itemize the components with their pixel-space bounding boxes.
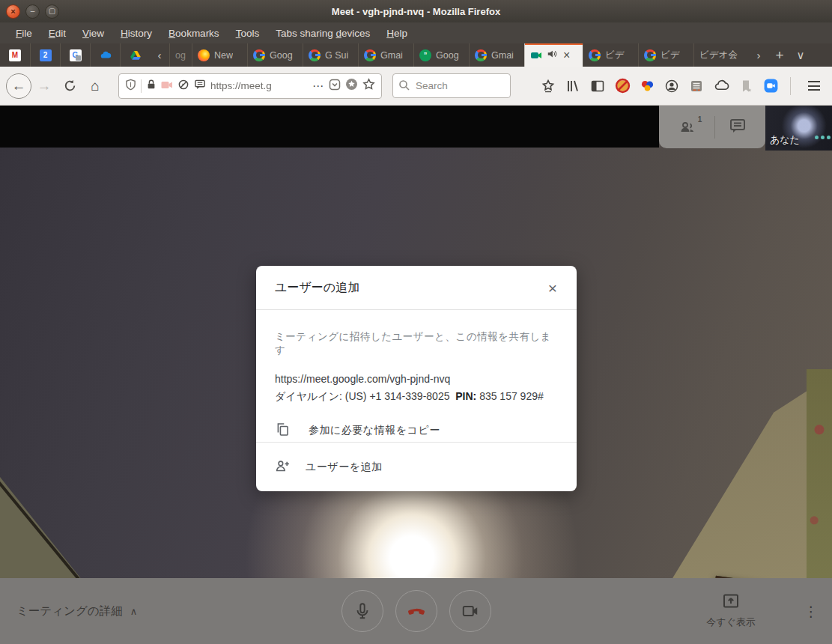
chat-button[interactable] [729,117,747,138]
forward-button[interactable]: → [31,73,57,99]
bookmark-star-icon[interactable] [362,78,375,94]
tab-gsuite[interactable]: G Sui [303,43,358,67]
microphone-button[interactable] [341,590,383,632]
hang-up-button[interactable] [395,590,437,632]
cloud-extension-icon[interactable] [713,78,729,94]
window-minimize-button[interactable]: – [25,4,40,19]
star-badge-icon[interactable] [540,78,556,94]
https-lock-icon[interactable] [146,79,157,93]
camera-in-use-icon[interactable] [161,79,173,93]
pinned-tab-calendar[interactable]: 2 [30,43,60,67]
window-maximize-button[interactable]: ▢ [45,4,59,19]
menu-file[interactable]: File [7,25,40,42]
pin-label: PIN: [455,390,476,402]
url-bar[interactable]: https://meet.g ⋯ [118,73,382,99]
chevron-up-icon: ∧ [130,606,138,617]
tab-label: G Sui [325,50,348,61]
tab-video-1[interactable]: ビデ [583,43,638,67]
google-favicon-icon [364,49,376,61]
tab-google-1[interactable]: Goog [247,43,303,67]
pinned-tab-onedrive[interactable] [90,43,120,67]
pinned-tab-translate[interactable]: G [60,43,90,67]
copy-joining-info-label: 参加に必要な情報をコピー [309,424,440,437]
translate-favicon-icon: G [70,49,82,61]
search-icon [398,79,410,94]
tab-bar: M 2 G ‹ og New Goog G Sui Gmai ”Goog Gma… [0,43,832,67]
google-favicon-icon [253,49,265,61]
window-close-button[interactable]: × [6,4,20,19]
menu-tabs-sharing-devices[interactable]: Tabs sharing devices [267,25,378,42]
account-icon[interactable] [664,78,680,94]
pocket-save-icon[interactable] [329,79,341,94]
copy-joining-info-button[interactable]: 参加に必要な情報をコピー [275,422,558,440]
copy-icon [275,422,291,440]
participants-button[interactable]: 1 [678,118,702,136]
all-tabs-dropdown-button[interactable]: ∨ [791,43,810,67]
menu-history[interactable]: History [112,25,160,42]
tab-overflow-partial[interactable]: og [169,43,192,67]
tab-label: Goog [436,50,459,61]
menu-view[interactable]: View [74,25,112,42]
pin-value: 835 157 929# [479,390,544,402]
menu-help[interactable]: Help [378,25,416,42]
close-tab-icon[interactable]: × [563,49,570,61]
new-tab-button[interactable]: + [768,43,791,67]
back-button[interactable]: ← [6,73,31,99]
menu-hamburger-icon[interactable] [802,78,826,94]
tab-label: Gmai [380,50,403,61]
menu-tools[interactable]: Tools [228,25,268,42]
url-text[interactable]: https://meet.g [210,80,308,91]
meeting-details-label: ミーティングの詳細 [16,604,123,619]
audio-activity-dots-icon[interactable] [815,136,831,139]
present-now-button[interactable]: 今すぐ表示 [696,578,765,644]
search-box [392,73,511,98]
sidebar-toggle-icon[interactable] [589,78,606,94]
server-extension-icon[interactable] [688,78,705,94]
notifications-bubble-icon[interactable] [194,79,206,93]
window-titlebar: × – ▢ Meet - vgh-pjnd-nvq - Mozilla Fire… [0,0,832,22]
adblocker-extension-icon[interactable] [614,78,631,94]
tab-video-3[interactable]: ビデオ会 [693,43,749,67]
autoplay-blocked-icon[interactable] [177,79,189,94]
tab-new[interactable]: New [192,43,247,67]
add-users-button[interactable]: ユーザーを追加 [256,442,577,491]
tab-video-2[interactable]: ビデ [638,43,693,67]
calendar-favicon-icon: 2 [40,49,52,61]
tab-gmail-1[interactable]: Gmai [358,43,413,67]
pinned-tab-gmail[interactable]: M [0,43,30,67]
tab-audio-speaker-icon[interactable] [547,49,557,62]
tab-scroll-left-button[interactable]: ‹ [150,43,169,67]
colorballs-extension-icon[interactable] [639,78,655,94]
dialog-close-icon[interactable]: × [545,279,560,297]
dialog-title: ユーザーの追加 [275,280,545,296]
meeting-details-button[interactable]: ミーティングの詳細 ∧ [16,578,137,644]
bookmark-flag-disabled-icon[interactable] [738,78,754,94]
navigation-toolbar: ← → ⌂ https://meet.g ⋯ [0,67,832,106]
pinned-tab-drive[interactable] [120,43,150,67]
tracking-protection-shield-icon[interactable] [125,79,136,94]
google-favicon-icon [309,49,321,61]
tab-meet-active[interactable]: × [524,43,583,67]
dial-in-number: (US) +1 314-339-8025 [345,390,450,402]
tab-label: ビデオ会 [699,49,738,61]
home-button[interactable]: ⌂ [82,73,108,99]
menu-edit[interactable]: Edit [40,25,74,42]
screenshot-circle-star-icon[interactable] [345,78,358,94]
library-icon[interactable] [565,78,581,94]
meet-control-bar: ミーティングの詳細 ∧ 今すぐ表示 ⋮ [0,578,832,644]
firefox-favicon-icon [198,49,210,61]
tab-gmail-2[interactable]: Gmai [469,43,524,67]
hangouts-favicon-icon: ” [419,49,431,61]
page-actions-ellipsis-icon[interactable]: ⋯ [312,79,324,93]
onedrive-favicon-icon [100,49,112,61]
meet-top-panel: 1 [659,106,765,148]
dialog-subtitle: ミーティングに招待したユーザーと、この情報を共有します [275,330,558,357]
reload-button[interactable] [57,73,82,99]
zoom-camera-extension-icon[interactable] [762,78,779,94]
tab-scroll-right-button[interactable]: › [749,43,768,67]
tab-hangouts[interactable]: ”Goog [413,43,469,67]
camera-button[interactable] [449,590,491,632]
menu-bookmarks[interactable]: Bookmarks [160,25,228,42]
dial-in-label: ダイヤルイン: [275,390,342,402]
more-options-button[interactable]: ⋮ [800,578,822,644]
